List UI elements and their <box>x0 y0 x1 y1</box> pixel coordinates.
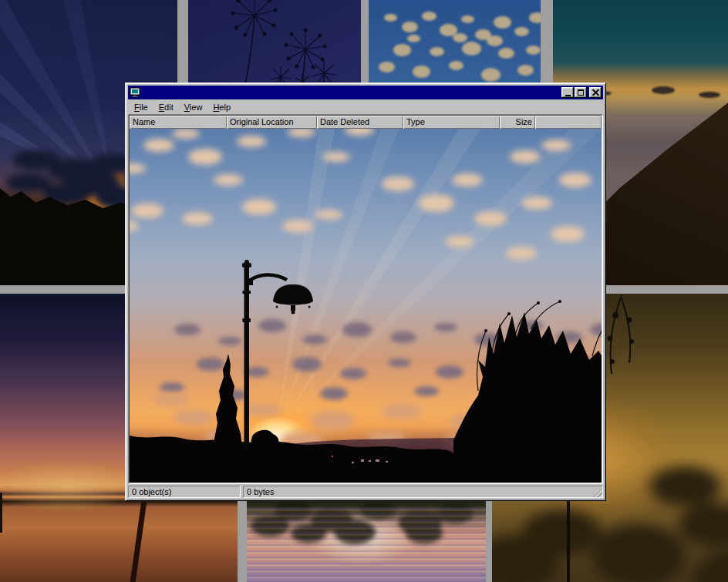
menu-help[interactable]: Help <box>207 101 236 113</box>
file-list-viewport[interactable] <box>130 129 602 483</box>
menu-view[interactable]: View <box>179 101 208 113</box>
column-header-name[interactable]: Name <box>130 116 227 129</box>
close-button[interactable] <box>589 87 602 98</box>
maximize-icon <box>578 89 584 96</box>
status-object-count: 0 object(s) <box>128 486 241 498</box>
menu-bar: File Edit View Help <box>128 99 603 114</box>
column-header-extra[interactable] <box>535 116 602 129</box>
status-size: 0 bytes <box>243 486 603 498</box>
column-header-size[interactable]: Size <box>500 116 535 129</box>
foreground-silhouettes <box>130 129 602 483</box>
computer-window-icon <box>130 87 140 98</box>
column-header-type[interactable]: Type <box>403 116 500 129</box>
minimize-button[interactable] <box>561 87 574 98</box>
menu-file[interactable]: File <box>129 101 153 113</box>
desktop: { "window": { "title": "", "menu": ["Fil… <box>0 0 728 582</box>
minimize-icon <box>565 95 571 96</box>
column-header-row: Name Original Location Date Deleted Type… <box>130 116 602 129</box>
status-bar: 0 object(s) 0 bytes <box>128 486 603 498</box>
recycle-bin-window: File Edit View Help Name Original Locati… <box>125 82 606 501</box>
column-header-date-deleted[interactable]: Date Deleted <box>317 116 403 129</box>
list-view-frame: Name Original Location Date Deleted Type… <box>128 114 603 484</box>
close-icon <box>592 89 599 96</box>
column-header-original-location[interactable]: Original Location <box>227 116 317 129</box>
window-titlebar[interactable] <box>128 86 603 99</box>
menu-edit[interactable]: Edit <box>153 101 179 113</box>
maximize-button[interactable] <box>575 87 587 98</box>
list-view: Name Original Location Date Deleted Type… <box>129 115 602 483</box>
